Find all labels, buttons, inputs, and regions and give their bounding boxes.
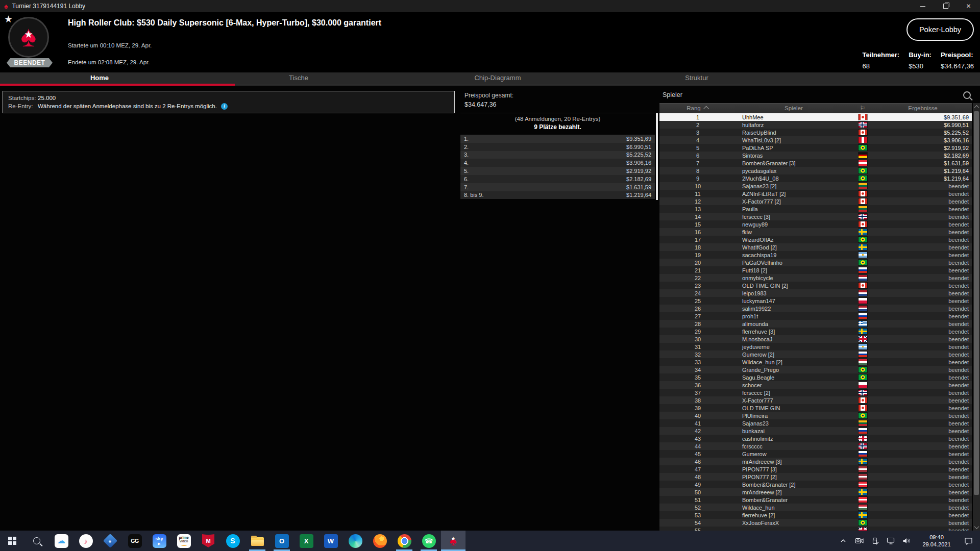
player-row[interactable]: 2hultaforz$6.990,51 (659, 121, 972, 129)
tab-home[interactable]: Home (0, 72, 199, 84)
favorite-star-icon[interactable]: ★ (4, 13, 13, 25)
player-row[interactable]: 28alimoundabeendet (659, 320, 972, 328)
icloud-icon[interactable]: ☁ (49, 531, 74, 551)
player-row[interactable]: 92Much$4U_08$1.219,64 (659, 174, 972, 182)
player-row[interactable]: 39OLD TIME GINbeendet (659, 404, 972, 412)
firefox-icon[interactable] (368, 531, 392, 551)
player-row[interactable]: 6Sintoras$2.182,69 (659, 152, 972, 159)
player-row[interactable]: 24leipo1983beendet (659, 289, 972, 297)
player-row[interactable]: 42bunkazaibeendet (659, 427, 972, 435)
player-row[interactable]: 23OLD TIME GIN [2]beendet (659, 282, 972, 289)
player-row[interactable]: 18WhatIfGod [2]beendet (659, 243, 972, 251)
info-icon[interactable]: i (221, 103, 228, 110)
player-row[interactable]: 14fcrscccc [3]beendet (659, 213, 972, 220)
player-row[interactable]: 4WhaTisL0v3 [2]$3.906,16 (659, 136, 972, 144)
player-row[interactable]: 49Bomber&Granater [2]beendet (659, 481, 972, 488)
player-row[interactable]: 48PIPON777 [2]beendet (659, 473, 972, 481)
player-row[interactable]: 35Sagu.Beaglebeendet (659, 373, 972, 381)
whatsapp-icon[interactable]: ☎ (416, 531, 441, 551)
volume-icon[interactable] (901, 533, 912, 548)
player-row[interactable]: 46mrAndreeew [3]beendet (659, 458, 972, 465)
excel-icon[interactable]: X (294, 531, 318, 551)
player-row[interactable]: 16fkiwbeendet (659, 228, 972, 236)
scroll-up-icon[interactable] (973, 103, 980, 110)
taskbar-clock[interactable]: 09:40 29.04.2021 (917, 534, 956, 548)
ggpoker-icon[interactable]: GG (122, 531, 147, 551)
player-row[interactable]: 33Wildace_hun [2]beendet (659, 358, 972, 366)
minimize-button[interactable] (911, 0, 934, 12)
skype-icon[interactable]: S (220, 531, 245, 551)
player-row[interactable]: 47PIPON777 [3]beendet (659, 465, 972, 473)
prizepool-scrollbar-thumb[interactable] (656, 113, 658, 200)
search-icon[interactable] (963, 91, 971, 99)
search-button[interactable] (24, 531, 49, 551)
player-row[interactable]: 5PaDiLhA SP$2.919,92 (659, 144, 972, 152)
player-row[interactable]: 3RaiseUpBlind$5.225,52 (659, 129, 972, 136)
player-row[interactable]: 27proh1tbeendet (659, 312, 972, 320)
player-row[interactable]: 25luckyman147beendet (659, 297, 972, 305)
column-header-rank[interactable]: Rang (659, 105, 736, 111)
player-row[interactable]: 29flerrehuve [3]beendet (659, 328, 972, 335)
player-row[interactable]: 1UhhMee$9.351,69 (659, 113, 972, 121)
player-row[interactable]: 45Gumerowbeendet (659, 450, 972, 458)
players-scrollbar-thumb[interactable] (974, 111, 979, 495)
player-row[interactable]: 7Bomber&Granater [3]$1.631,59 (659, 159, 972, 167)
player-row[interactable]: 26salim19922beendet (659, 305, 972, 312)
player-row[interactable]: 22onmybicyclebeendet (659, 274, 972, 282)
player-row[interactable]: 10Sajanas23 [2]beendet (659, 182, 972, 190)
column-header-results[interactable]: Ergebnisse (874, 105, 972, 111)
prime-video-icon[interactable]: primevideo (172, 531, 196, 551)
action-center-icon[interactable] (962, 533, 975, 548)
player-row[interactable]: 51Bomber&Granaterbeendet (659, 496, 972, 504)
restore-button[interactable] (934, 0, 957, 12)
meet-now-icon[interactable] (854, 533, 864, 548)
tab-struktur[interactable]: Struktur (597, 72, 796, 84)
player-row[interactable]: 43cashnolimitzbeendet (659, 435, 972, 442)
start-button[interactable] (0, 531, 24, 551)
player-row[interactable]: 54XxJoaoFeraxXbeendet (659, 519, 972, 527)
player-row[interactable]: 8pycadasgalax$1.219,64 (659, 167, 972, 174)
player-row[interactable]: 52Wildace_hunbeendet (659, 504, 972, 511)
player-row[interactable]: 17WizardOffAzbeendet (659, 236, 972, 243)
player-row[interactable]: 41Sajanas23beendet (659, 419, 972, 427)
player-row[interactable]: 12X-Factor777 [2]beendet (659, 197, 972, 205)
player-row[interactable]: 32Gumerow [2]beendet (659, 350, 972, 358)
player-row[interactable]: 34Grande_Pregobeendet (659, 366, 972, 373)
mcafee-icon[interactable]: M (196, 531, 220, 551)
blue-diamond-app-icon[interactable]: ♠ (98, 531, 122, 551)
usb-icon[interactable] (870, 533, 880, 548)
player-row[interactable]: 36schocerbeendet (659, 381, 972, 389)
player-row[interactable]: 13Pauilabeendet (659, 205, 972, 213)
pokerstars-icon[interactable]: ♠★ (441, 531, 465, 551)
player-row[interactable]: 38X-Factor777beendet (659, 396, 972, 404)
player-row[interactable]: 15newguy89beendet (659, 220, 972, 228)
tray-expand-icon[interactable] (838, 533, 848, 548)
edge-icon[interactable] (343, 531, 368, 551)
player-row[interactable]: 44fcrsccccbeendet (659, 442, 972, 450)
column-header-flag[interactable]: ⚐ (851, 105, 874, 112)
player-row[interactable]: 21Futti18 [2]beendet (659, 266, 972, 274)
chrome-icon[interactable] (392, 531, 416, 551)
players-scrollbar[interactable] (973, 103, 980, 531)
close-button[interactable]: ✕ (957, 0, 980, 12)
file-explorer-icon[interactable] (245, 531, 270, 551)
poker-lobby-button[interactable]: Poker-Lobby (906, 18, 974, 41)
column-header-player[interactable]: Spieler (736, 105, 851, 111)
scroll-down-icon[interactable] (973, 523, 980, 531)
player-row[interactable]: 31jeyduvernebeendet (659, 343, 972, 350)
player-row[interactable]: 50mrAndreeew [2]beendet (659, 488, 972, 496)
sky-icon[interactable]: sky▶ (147, 531, 172, 551)
player-row[interactable]: 11AZNInFiLtRaT [2]beendet (659, 190, 972, 197)
itunes-icon[interactable]: ♪ (74, 531, 98, 551)
player-row[interactable]: 20PaGaOVelhinhobeendet (659, 259, 972, 266)
player-row[interactable]: 40PlUlimeirabeendet (659, 412, 972, 419)
tab-chip-diagramm[interactable]: Chip-Diagramm (398, 72, 597, 84)
outlook-icon[interactable]: O (270, 531, 294, 551)
player-row[interactable]: 55beendet (659, 527, 972, 531)
word-icon[interactable]: W (318, 531, 343, 551)
tab-tische[interactable]: Tische (199, 72, 398, 84)
network-icon[interactable] (886, 533, 896, 548)
player-row[interactable]: 37fcrscccc [2]beendet (659, 389, 972, 396)
player-row[interactable]: 19sacachispa19beendet (659, 251, 972, 259)
player-row[interactable]: 53flerrehuve [2]beendet (659, 511, 972, 519)
